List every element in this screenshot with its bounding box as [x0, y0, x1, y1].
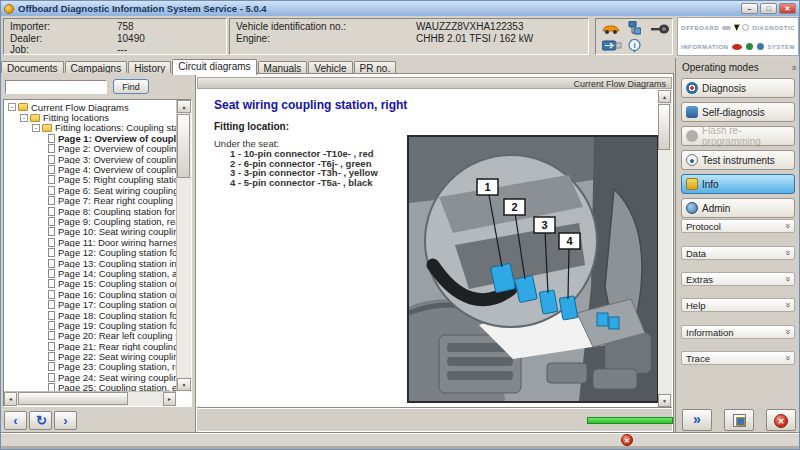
tree-page-item[interactable]: Page 7: Rear right coupling station, rea…: [48, 196, 176, 206]
admin-button[interactable]: Admin: [681, 198, 795, 218]
flash-reprogramming-button: Flash re-programming: [681, 126, 795, 146]
operating-modes-header[interactable]: Operating modes »: [679, 60, 798, 74]
dealer-label: Dealer:: [10, 33, 117, 45]
svg-text:1: 1: [484, 181, 490, 193]
page-icon: [48, 155, 55, 164]
chevron-down-icon: »: [782, 329, 792, 334]
folder-icon: [42, 124, 52, 132]
collapse-icon[interactable]: -: [20, 114, 28, 122]
vin-label: Vehicle identification no.:: [236, 21, 416, 33]
collapse-icon[interactable]: -: [8, 103, 16, 111]
tree-page-item[interactable]: Page 3: Overview of coupling stations (5…: [48, 154, 176, 164]
page-icon: [48, 248, 55, 257]
more-button[interactable]: »: [682, 409, 712, 431]
chevron-down-icon: »: [782, 276, 792, 281]
section-trace[interactable]: Trace»: [681, 351, 795, 365]
window-bottom-edge: [1, 446, 799, 450]
folder-icon: [18, 103, 28, 111]
window-title: Offboard Diagnostic Information System S…: [18, 3, 739, 14]
page-icon: [48, 238, 55, 247]
forward-button[interactable]: ›: [54, 411, 77, 430]
cancel-icon: ✕: [774, 414, 788, 428]
page-icon: [48, 259, 55, 268]
info-button[interactable]: Info: [681, 174, 795, 194]
tree-page-item[interactable]: Page 4: Overview of coupling stations (C…: [48, 164, 176, 174]
brand-logo-box: OFFBOARD DIAGNOSTIC INFORMATION SYSTEM: [677, 17, 799, 56]
tree-page-item[interactable]: Page 16: Coupling station on left A-pill…: [48, 289, 176, 299]
tree-page-item[interactable]: Page 15: Coupling station on left A-pill…: [48, 279, 176, 289]
vin-value: WAUZZZ8VXHA122353: [416, 21, 523, 33]
tree-page-item[interactable]: Page 17: Coupling station on right A-pil…: [48, 299, 176, 309]
section-data[interactable]: Data»: [681, 246, 795, 260]
seat-logo: [732, 44, 742, 50]
collapse-icon[interactable]: -: [32, 124, 40, 132]
tree-page-item[interactable]: Page 6: Seat wiring coupling station, ri…: [48, 185, 176, 195]
tree-page-item[interactable]: Page 22: Seat wiring coupling station, r…: [48, 351, 176, 361]
back-button[interactable]: ‹: [4, 411, 27, 430]
document-body: Seat wiring coupling station, right Fitt…: [197, 90, 658, 408]
page-title: Seat wiring coupling station, right: [214, 98, 407, 112]
header-info-bar: Importer:758 Dealer:10490 Job:--- Vehicl…: [1, 16, 799, 57]
tree-page-item[interactable]: Page 13: Coupling station in front bumpe…: [48, 258, 176, 268]
diagnosis-button[interactable]: Diagnosis: [681, 78, 795, 98]
page-icon: [48, 144, 55, 153]
usb-icon: [602, 40, 622, 51]
status-cancel-icon[interactable]: ✕: [621, 434, 633, 446]
page-icon: [48, 362, 55, 371]
section-information[interactable]: Information»: [681, 325, 795, 339]
self-diagnosis-button[interactable]: Self-diagnosis: [681, 102, 795, 122]
page-icon: [48, 331, 55, 340]
skoda-logo: [746, 43, 753, 50]
tab-bar: DocumentsCampaignsHistoryCircuit diagram…: [1, 57, 675, 73]
tree-page-item[interactable]: Page 18: Coupling station for radiator f…: [48, 310, 176, 320]
tab-circuit-diagrams[interactable]: Circuit diagrams: [172, 59, 256, 75]
tree-page-item[interactable]: Page 14: Coupling station, alternator: [48, 268, 176, 278]
document-tree: - Current Flow Diagrams - Fitting locati…: [3, 99, 192, 407]
tree-node-fitting-locations[interactable]: - Fitting locations: [20, 112, 176, 122]
tree-page-item[interactable]: Page 21: Rear right coupling station for…: [48, 341, 176, 351]
maximize-button[interactable]: □: [760, 3, 777, 14]
tree-page-item[interactable]: Page 19: Coupling station for roof wirin…: [48, 320, 176, 330]
vw-logo: [757, 43, 764, 50]
refresh-button[interactable]: ↻: [29, 411, 52, 430]
section-extras[interactable]: Extras»: [681, 272, 795, 286]
tree-vertical-scrollbar[interactable]: ▲ ▼: [176, 100, 191, 391]
tree-page-item[interactable]: Page 8: Coupling station for rear bumper: [48, 206, 176, 216]
tree-page-item[interactable]: Page 11: Door wiring harness coupling st…: [48, 237, 176, 247]
page-icon: [48, 352, 55, 361]
tree-node-coupling-stations[interactable]: - Fitting locations: Coupling stations: [32, 123, 176, 133]
network-icon: [625, 21, 641, 36]
key-icon: [650, 24, 670, 35]
search-input[interactable]: [5, 80, 107, 94]
tree-node-root[interactable]: - Current Flow Diagrams: [8, 102, 176, 112]
tree-page-item[interactable]: Page 25: Coupling station, electric stee…: [48, 383, 176, 391]
screenshot-button[interactable]: [724, 409, 754, 431]
importer-value: 758: [117, 21, 134, 33]
minimize-button[interactable]: –: [741, 3, 758, 14]
tree-page-item[interactable]: Page 10: Seat wiring coupling station, l…: [48, 227, 176, 237]
job-label: Job:: [10, 44, 117, 56]
double-arrow-icon: »: [693, 411, 701, 427]
test-instruments-button[interactable]: Test instruments: [681, 150, 795, 170]
tree-page-item[interactable]: Page 23: Coupling station, rear left sid…: [48, 362, 176, 372]
tree-page-item[interactable]: Page 1: Overview of coupling stations (3…: [48, 133, 176, 143]
close-button[interactable]: ✕: [779, 3, 796, 14]
tree-page-item[interactable]: Page 20: Rear left coupling station for …: [48, 331, 176, 341]
tree-horizontal-scrollbar[interactable]: ◄ ►: [4, 391, 176, 406]
section-protocol[interactable]: Protocol»: [681, 219, 795, 233]
dealer-value: 10490: [117, 33, 145, 45]
tree-page-item[interactable]: Page 2: Overview of coupling stations (4…: [48, 144, 176, 154]
tree-page-item[interactable]: Page 5: Right coupling station for door …: [48, 175, 176, 185]
tree-page-item[interactable]: Page 12: Coupling station for engine pre…: [48, 247, 176, 257]
chevron-up-icon: »: [788, 65, 798, 70]
tree-page-item[interactable]: Page 24: Seat wiring coupling station, l…: [48, 372, 176, 382]
content-vertical-scrollbar[interactable]: ▲ ▼: [658, 90, 672, 407]
cancel-button[interactable]: ✕: [766, 409, 796, 431]
bentley-logo: [722, 26, 731, 30]
breadcrumb: Current Flow Diagrams: [197, 77, 672, 89]
flash-icon: [686, 130, 698, 142]
admin-icon: [686, 202, 698, 214]
find-button[interactable]: Find: [113, 79, 149, 94]
section-help[interactable]: Help»: [681, 298, 795, 312]
tree-page-item[interactable]: Page 9: Coupling station, rear left side…: [48, 216, 176, 226]
